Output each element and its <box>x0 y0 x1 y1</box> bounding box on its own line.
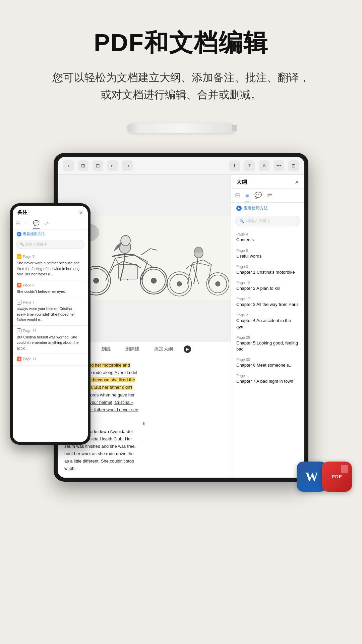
note-page-badge: ★ Page 8 <box>17 283 84 287</box>
outline-item[interactable]: Page 17 Chapter 3 All the way from Paris <box>231 294 304 310</box>
page-title: PDF和文档编辑 <box>20 27 342 59</box>
note-icon: A <box>17 254 21 259</box>
outline-chapter-title: Useful words <box>236 253 299 259</box>
outline-page-label: Page 5 <box>236 249 299 253</box>
outline-close-button[interactable]: ✕ <box>295 179 299 185</box>
phone-tabs: ⊟ ≡ 💬 ⇌ <box>13 218 88 229</box>
outline-chapter-title: Chapter 4 An accident in the gym <box>236 318 299 330</box>
outline-page-label: Page 30 <box>236 358 299 362</box>
svg-point-3 <box>94 278 99 283</box>
outline-tab-comments[interactable]: 💬 <box>254 192 262 202</box>
devices-container: ‹ ⊞ ⊟ ↩ ↪ ⬆ ⊤ A ••• ⊡ <box>0 136 362 505</box>
pdf-app-icon[interactable]: PDF <box>322 462 352 492</box>
more-button[interactable]: ••• <box>274 160 284 171</box>
outline-title: 大纲 <box>236 179 247 186</box>
note-page-label: Page 7 <box>23 255 35 259</box>
text-button[interactable]: ⊤ <box>244 160 255 171</box>
svg-point-9 <box>121 235 130 246</box>
outline-search-bar[interactable]: 🔍 请输入关键字 <box>235 216 300 226</box>
outline-item[interactable]: Page 26 Chapter 5 Looking good, feeling … <box>231 333 304 355</box>
outline-panel: 大纲 ✕ ⊟ ≡ 💬 ⇌ ▶ 查看使用方法 🔍 <box>231 175 304 478</box>
tablet-screen: ‹ ⊞ ⊟ ↩ ↪ ⬆ ⊤ A ••• ⊡ <box>58 157 304 478</box>
header-section: PDF和文档编辑 您可以轻松为文档建立大纲、添加备注、批注、翻译，或对文档进行编… <box>0 0 362 117</box>
outline-item[interactable]: Page 6 Chapter 1 Cristina's motorbike <box>231 262 304 278</box>
outline-page-label: Page 17 <box>236 297 299 301</box>
svg-point-15 <box>216 282 220 286</box>
note-item[interactable]: ★ Page 8 She couldn't believe her eyes. <box>13 280 88 298</box>
back-button[interactable]: ‹ <box>63 160 74 171</box>
play-icon: ▶ <box>236 206 242 211</box>
note-icon: ★ <box>17 283 21 287</box>
share-button[interactable]: ⬆ <box>229 160 240 171</box>
grid-button[interactable]: ⊟ <box>93 160 103 171</box>
tablet-device: ‹ ⊞ ⊟ ↩ ↪ ⬆ ⊤ A ••• ⊡ <box>54 153 308 482</box>
phone-header: 备注 ✕ <box>13 206 88 218</box>
phone-tab-list[interactable]: ≡ <box>25 220 28 229</box>
outline-item[interactable]: Page ... Chapter 7 A bad night in town <box>231 371 304 387</box>
outline-tool[interactable]: 添加大纲 <box>150 345 177 354</box>
outline-page-label: Page 6 <box>236 265 299 269</box>
note-page-badge: ▲ Page 7 <box>17 300 84 305</box>
undo-button[interactable]: ↩ <box>107 160 118 171</box>
outline-chapter-title: Chapter 3 All the way from Paris <box>236 302 299 308</box>
next-arrow[interactable]: ▶ <box>184 345 191 353</box>
outline-page-label: Page 26 <box>236 335 299 339</box>
strikethrough-tool[interactable]: 删除线 <box>121 345 143 354</box>
outline-tab-list[interactable]: ≡ <box>245 192 249 202</box>
phone-search-icon: 🔍 <box>20 243 24 246</box>
note-text: She never wore a helmet because she like… <box>17 260 84 277</box>
note-item[interactable]: ▲ Page 7 always wear your helmet, Cristi… <box>13 297 88 326</box>
outline-help-text: 查看使用方法 <box>244 205 268 211</box>
outline-tabs: ⊟ ≡ 💬 ⇌ <box>231 189 304 203</box>
note-item[interactable]: ▲ Page 11 But Cristina herself was worri… <box>13 326 88 354</box>
outline-item[interactable]: Page 4 Contents <box>231 229 304 246</box>
tablet-topbar: ‹ ⊞ ⊟ ↩ ↪ ⬆ ⊤ A ••• ⊡ <box>58 157 304 175</box>
app-icons: W PDF <box>302 462 352 492</box>
note-item[interactable]: ★ Page 11 <box>13 354 88 366</box>
outline-tab-settings[interactable]: ⇌ <box>267 192 272 202</box>
outline-chapter-title: Chapter 7 A bad night in town <box>236 378 299 384</box>
note-page-label: Page 8 <box>23 283 35 287</box>
underline-tool[interactable]: 划线 <box>97 345 115 354</box>
outline-chapter-title: Chapter 2 A plan to kill <box>236 285 299 291</box>
phone-search-placeholder: 请输入关键字 <box>25 242 47 247</box>
outline-item[interactable]: Page 12 Chapter 2 A plan to kill <box>231 278 304 294</box>
sidebar-toggle[interactable]: ⊡ <box>288 160 299 171</box>
note-page-label: Page 7 <box>23 300 35 304</box>
note-text: But Cristina herself was worried. She co… <box>17 334 84 351</box>
note-text: always wear your helmet, Cristina – ever… <box>17 306 84 323</box>
pencil-decoration <box>0 123 362 133</box>
phone-close-button[interactable]: ✕ <box>79 210 83 215</box>
redo-button[interactable]: ↪ <box>122 160 133 171</box>
outline-chapter-title: Chapter 5 Looking good, feeling bad <box>236 340 299 352</box>
note-page-label: Page 11 <box>23 357 37 361</box>
phone-device: 备注 ✕ ⊟ ≡ 💬 ⇌ ▶ 查看使用方法 🔍 请输入关键字 A <box>10 203 90 445</box>
outline-chapter-title: Chapter 6 Meet someone s... <box>236 362 299 368</box>
outline-help[interactable]: ▶ 查看使用方法 <box>231 203 304 214</box>
phone-search-bar[interactable]: 🔍 请输入关键字 <box>16 240 84 249</box>
phone-help-text: 查看使用方法 <box>23 231 45 236</box>
layout-button[interactable]: ⊞ <box>78 160 88 171</box>
phone-notes-list: A Page 7 She never wore a helmet because… <box>13 250 88 442</box>
outline-items-list: Page 4 Contents Page 5 Useful words Page… <box>231 228 304 478</box>
outline-item[interactable]: Page 30 Chapter 6 Meet someone s... <box>231 355 304 371</box>
phone-tab-settings[interactable]: ⇌ <box>44 220 49 229</box>
phone-tab-comments[interactable]: 💬 <box>33 220 40 229</box>
outline-page-label: Page ... <box>236 374 299 378</box>
phone-help[interactable]: ▶ 查看使用方法 <box>13 229 88 238</box>
note-page-badge: ▲ Page 11 <box>17 328 84 333</box>
phone-screen: 备注 ✕ ⊟ ≡ 💬 ⇌ ▶ 查看使用方法 🔍 请输入关键字 A <box>13 206 88 442</box>
outline-chapter-title: Chapter 1 Cristina's motorbike <box>236 269 299 275</box>
note-page-label: Page 11 <box>23 329 37 333</box>
outline-page-label: Page 4 <box>236 232 299 236</box>
phone-tab-bookmark[interactable]: ⊟ <box>16 220 20 229</box>
note-page-badge: ★ Page 11 <box>17 357 84 361</box>
annotate-button[interactable]: A <box>259 160 269 171</box>
outline-item[interactable]: Page 5 Useful words <box>231 246 304 262</box>
outline-item[interactable]: Page 21 Chapter 4 An accident in the gym <box>231 310 304 332</box>
note-icon: ▲ <box>17 300 21 305</box>
svg-point-6 <box>151 278 156 283</box>
note-item[interactable]: A Page 7 She never wore a helmet because… <box>13 252 88 280</box>
phone-play-icon: ▶ <box>17 232 21 236</box>
outline-tab-bookmark[interactable]: ⊟ <box>235 192 240 202</box>
